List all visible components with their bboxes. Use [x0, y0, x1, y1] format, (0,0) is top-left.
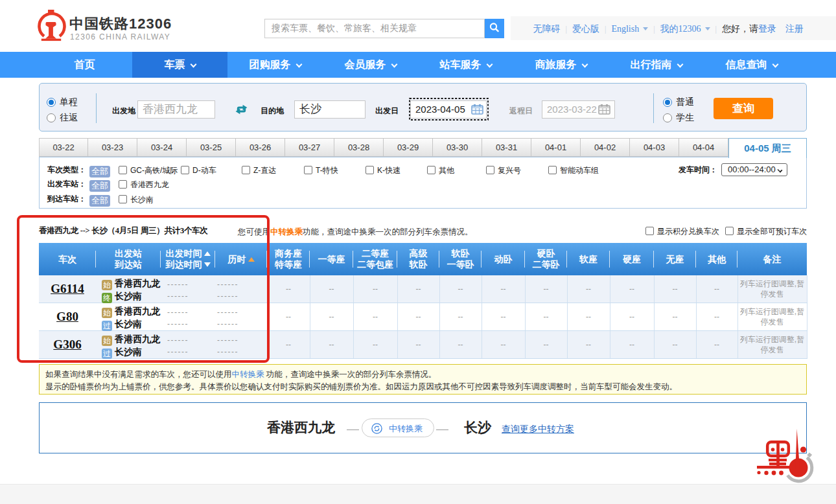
show-points-checkbox[interactable]: [645, 227, 654, 235]
transfer-link-2[interactable]: 中转换乘: [232, 370, 264, 379]
filter-checkbox-T-特快[interactable]: [304, 166, 312, 174]
all-button[interactable]: 全部: [89, 166, 110, 178]
return-date-label: 返程日: [509, 106, 533, 117]
passenger-type-学生[interactable]: 学生: [663, 109, 694, 125]
filter-option-label: 香港西九龙: [130, 180, 169, 189]
col-header-出发时间-到达时间[interactable]: 出发时间到达时间: [161, 243, 215, 275]
show-bookable-checkbox[interactable]: [725, 227, 734, 235]
chevron-down-icon: [677, 62, 683, 68]
nav-item-站车服务[interactable]: 站车服务: [418, 52, 513, 78]
date-tab-04-04[interactable]: 04-04: [679, 138, 728, 157]
filter-checkbox-Z-直达[interactable]: [242, 166, 250, 174]
seat-cell: --: [696, 303, 737, 331]
trip-type-往返[interactable]: 往返: [47, 109, 78, 125]
filter-checkbox-香港西九龙[interactable]: [119, 180, 127, 189]
date-tab-03-31[interactable]: 03-31: [482, 138, 531, 157]
nav-item-label: 会员服务: [345, 59, 386, 70]
transfer-pill-button[interactable]: 中转换乘: [362, 418, 434, 437]
date-tab-03-26[interactable]: 03-26: [236, 138, 285, 157]
nav-item-label: 首页: [75, 59, 95, 70]
all-button[interactable]: 全部: [89, 180, 110, 192]
sort-asc-active-icon[interactable]: [248, 257, 255, 262]
filter-row-label: 出发车站：: [47, 179, 86, 189]
filter-checkbox-D-动车[interactable]: [181, 166, 189, 174]
nav-item-车票[interactable]: 车票: [132, 52, 227, 78]
from-input[interactable]: 香港西九龙: [137, 100, 215, 119]
search-button[interactable]: [485, 19, 504, 38]
train-link-G306[interactable]: G306: [53, 338, 81, 351]
greeting-text: 您好，请登录: [722, 24, 776, 34]
date-tab-03-28[interactable]: 03-28: [334, 138, 384, 157]
top-link-1[interactable]: 爱心版: [572, 24, 599, 34]
all-button[interactable]: 全部: [89, 195, 110, 207]
train-link-G80[interactable]: G80: [56, 310, 78, 323]
nav-item-会员服务[interactable]: 会员服务: [323, 52, 418, 78]
date-tab-active[interactable]: 04-05 周三: [728, 138, 807, 158]
date-tab-04-01[interactable]: 04-01: [531, 138, 581, 157]
login-link[interactable]: 登录: [758, 24, 776, 34]
date-tab-04-03[interactable]: 04-03: [630, 138, 679, 157]
col-header-历时[interactable]: 历时: [215, 243, 267, 275]
date-tab-03-24[interactable]: 03-24: [137, 138, 187, 157]
train-link-G6114[interactable]: G6114: [51, 282, 84, 295]
filter-checkbox-GC-高铁/城际[interactable]: [119, 166, 127, 174]
search-input[interactable]: [265, 19, 484, 38]
date-tab-03-27[interactable]: 03-27: [285, 138, 334, 157]
separator: |: [566, 25, 567, 34]
col-header-line: 车次: [39, 254, 96, 265]
nav-item-信息查询[interactable]: 信息查询: [704, 52, 799, 78]
seat-cell: --: [267, 275, 310, 303]
col-header-line: 其他: [696, 254, 737, 265]
swap-stations-icon[interactable]: [235, 104, 248, 115]
col-header-硬卧-二等卧: 硬卧二等卧: [525, 243, 567, 275]
train-number-cell: G6114: [39, 275, 96, 303]
col-header-line: 硬卧: [525, 248, 567, 259]
more-transfer-link[interactable]: 查询更多中转方案: [502, 424, 574, 435]
sort-asc-icon[interactable]: [204, 251, 211, 256]
col-header-line: 高级: [397, 248, 439, 259]
date-tab-03-25[interactable]: 03-25: [187, 138, 236, 157]
trip-type-单程[interactable]: 单程: [47, 94, 78, 109]
nav-item-商旅服务[interactable]: 商旅服务: [513, 52, 609, 78]
top-link-2[interactable]: English: [611, 24, 639, 34]
radio-label: 单程: [60, 97, 78, 107]
summary-checkboxes: 显示积分兑换车次 显示全部可预订车次: [642, 226, 807, 237]
filter-checkbox-复兴号[interactable]: [486, 166, 494, 174]
filter-option-其他: 其他: [427, 164, 454, 176]
filter-checkbox-智能动车组[interactable]: [548, 166, 557, 174]
nav-item-出行指南[interactable]: 出行指南: [609, 52, 704, 78]
date-tab-03-23[interactable]: 03-23: [88, 138, 137, 157]
date-tab-03-29[interactable]: 03-29: [384, 138, 433, 157]
transfer-link[interactable]: 中转换乘: [270, 227, 303, 236]
query-button[interactable]: 查询: [714, 98, 773, 119]
nav-item-团购服务[interactable]: 团购服务: [227, 52, 323, 78]
date-tab-03-30[interactable]: 03-30: [433, 138, 482, 157]
seat-cell: --: [482, 303, 525, 331]
filter-checkbox-其他[interactable]: [427, 166, 435, 174]
top-link-3[interactable]: 我的12306: [660, 24, 701, 34]
passenger-type-radios: 普通学生: [663, 94, 694, 125]
col-header-text: 一等座: [318, 254, 345, 264]
filter-row-label: 到达车站：: [47, 194, 86, 203]
col-header-text: 商务座: [275, 248, 302, 258]
station-name: 长沙南: [115, 291, 142, 301]
register-link[interactable]: 注册: [785, 24, 804, 34]
to-input[interactable]: 长沙: [294, 100, 366, 119]
filter-checkbox-长沙南[interactable]: [119, 195, 127, 203]
top-link-0[interactable]: 无障碍: [533, 24, 561, 34]
date-tab-04-02[interactable]: 04-02: [581, 138, 630, 157]
passenger-type-普通[interactable]: 普通: [663, 94, 694, 109]
transfer-from-station: 香港西九龙: [267, 418, 335, 437]
calendar-icon[interactable]: [471, 104, 483, 115]
date-tab-03-22[interactable]: 03-22: [39, 138, 88, 157]
col-header-line: 特等座: [267, 259, 310, 270]
chevron-down-icon: [486, 62, 493, 68]
filter-checkbox-K-快速[interactable]: [366, 166, 374, 174]
seat-cell: --: [310, 275, 353, 303]
nav-item-首页[interactable]: 首页: [37, 52, 132, 78]
trip-type-radios: 单程往返: [47, 94, 78, 125]
filter-option-香港西九龙: 香港西九龙: [119, 178, 169, 190]
depart-time-select[interactable]: 00:00--24:00: [721, 163, 787, 176]
col-header-text: 二等座: [362, 248, 389, 258]
sort-desc-icon[interactable]: [204, 262, 211, 267]
